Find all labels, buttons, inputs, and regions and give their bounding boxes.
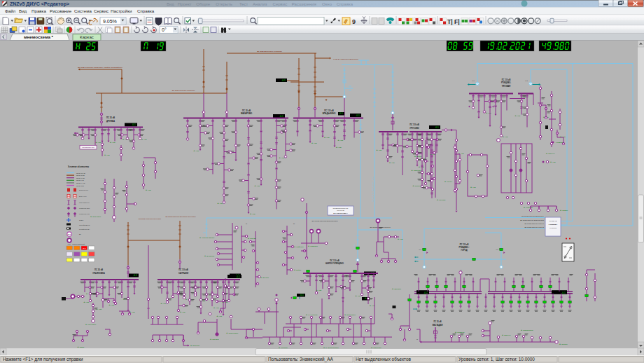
svg-text:T|: T|: [447, 18, 453, 25]
svg-text:ПС 220 кВ: ПС 220 кВ: [550, 220, 557, 221]
svg-text:ВЛАДЫКИНО: ВЛАДЫКИНО: [323, 112, 337, 115]
svg-text:ф. 1-е Красное: ф. 1-е Красное: [306, 314, 318, 316]
svg-text:Линия СЦБ: Линия СЦБ: [76, 185, 85, 186]
svg-text:ф. Владыкино: ф. Владыкино: [344, 314, 356, 316]
svg-text:-0.1: -0.1: [281, 79, 286, 82]
svg-text:Выключатель: Выключатель: [79, 189, 88, 191]
svg-text:Сервис: Сервис: [94, 8, 108, 13]
svg-text:ф. Сестры: ф. Сестры: [559, 343, 568, 345]
svg-text:ЕКАТЕРИНОВКА: ЕКАТЕРИНОВКА: [333, 212, 348, 214]
svg-text:Земля: Земля: [79, 219, 83, 221]
svg-text:с Тамала: с Тамала: [556, 142, 564, 144]
svg-text:F|: F|: [454, 18, 460, 25]
svg-text:ф. Дружба: ф. Дружба: [260, 277, 269, 279]
svg-text:МЕСТАДЕЙ: МЕСТАДЕЙ: [433, 324, 443, 327]
svg-text:ф. Зеленовка: ф. Зеленовка: [90, 216, 102, 218]
svg-text:ПС 35 кВ: ПС 35 кВ: [94, 268, 103, 271]
svg-text:ф. Нов: ф. Нов: [560, 136, 566, 138]
svg-text:(46 ПМЭС): (46 ПМЭС): [549, 227, 556, 228]
svg-text:ф. Змеевка: ф. Змеевка: [392, 288, 401, 290]
svg-text:Условные обозначения: Условные обозначения: [68, 165, 90, 168]
svg-text:Рубильник откр.: Рубильник откр.: [79, 213, 90, 214]
svg-text:САЛТЫКИ: САЛТЫКИ: [178, 272, 188, 275]
svg-text:ВЛ 35кВ Макарово-Малиновка, от: ВЛ 35кВ Макарово-Малиновка, отпайка Перв…: [78, 67, 122, 69]
svg-text:Линия 35 кВ: Линия 35 кВ: [76, 174, 85, 176]
svg-text:Каркас: Каркас: [80, 34, 94, 39]
svg-text:Вид: Вид: [19, 8, 27, 13]
svg-text:ZNZv5 ДИУС <Редактор>: ZNZv5 ДИУС <Редактор>: [10, 1, 69, 7]
svg-text:ф. Ракитное: ф. Ракитное: [455, 331, 465, 334]
svg-text:ф. Нов: ф. Нов: [486, 112, 491, 114]
svg-text:-0.1: -0.1: [132, 123, 136, 126]
svg-text:ПС 110 кВ: ПС 110 кВ: [330, 259, 340, 262]
svg-text:Горелкинские РЭС: Горелкинские РЭС: [82, 146, 94, 148]
svg-text:ВЛ 35кВ Мокрово-Макарово: ВЛ 35кВ Мокрово-Макарово: [172, 90, 195, 92]
svg-text:-0.1: -0.1: [236, 275, 240, 278]
svg-text:РТИЩЕВО-¹: РТИЩЕВО-¹: [458, 246, 469, 249]
svg-text:ПС 35 кВ: ПС 35 кВ: [433, 320, 441, 323]
svg-text:Рисование: Рисование: [50, 8, 72, 13]
svg-text:ф. Нов: ф. Нов: [514, 115, 520, 117]
svg-text:-0.1: -0.1: [300, 294, 304, 296]
svg-text:ф. Нов: ф. Нов: [398, 238, 403, 240]
svg-text:Линия 110 кВ: Линия 110 кВ: [76, 172, 85, 174]
svg-text:-0.1: -0.1: [435, 126, 439, 129]
svg-text:к ПЗГ ВК УЗОРщина Владыкино: к ПЗГ ВК УЗОРщина Владыкино: [333, 58, 359, 60]
svg-text:ф. Нов: ф. Нов: [250, 213, 255, 215]
svg-text:1с: 1с: [246, 223, 247, 224]
svg-text:ф. Нов: ф. Нов: [141, 139, 147, 141]
svg-text:ф. Заречье: ф. Заречье: [502, 334, 511, 336]
svg-text:ф. Красная Звезда: ф. Красная Звезда: [200, 237, 215, 239]
svg-text:ф. Нов: ф. Нов: [200, 300, 205, 302]
svg-text:ПС 110 кВ: ПС 110 кВ: [324, 109, 334, 112]
svg-text:ВЛ 110кВ Ртищево-Екатериновка: ВЛ 110кВ Ртищево-Екатериновка: [372, 177, 373, 202]
svg-text:ВЛ 110кВ Ртищево-Город-1: ВЛ 110кВ Ртищево-Город-1: [524, 223, 544, 224]
svg-text:ф. Нов: ф. Нов: [355, 295, 360, 297]
svg-text:Файл: Файл: [5, 8, 16, 13]
svg-text:ф. Нов: ф. Нов: [110, 142, 115, 144]
svg-text:ф. Нов: ф. Нов: [216, 315, 222, 317]
svg-text:ф. Нов: ф. Нов: [336, 146, 342, 149]
svg-text:ВЛ 35кВ Салтыки-Ульяновка: ВЛ 35кВ Салтыки-Ульяновка: [139, 218, 162, 220]
svg-text:Трансформатор: Трансформатор: [79, 224, 90, 226]
svg-text:ф. Скачиха: ф. Скачиха: [210, 338, 219, 341]
svg-text:ф. Ртищево: ф. Ртищево: [524, 207, 533, 209]
svg-text:Правка: Правка: [31, 8, 46, 13]
svg-text:ф. Нов: ф. Нов: [550, 161, 556, 163]
svg-text:ф. Нов: ф. Нов: [146, 189, 151, 191]
svg-text:Промбазановская ПС: Промбазановская ПС: [333, 207, 349, 209]
svg-text:Система: Система: [74, 8, 92, 13]
svg-text:ф. Салтыковка: ф. Салтыковка: [226, 332, 238, 334]
svg-text:ВЛ 110кВ Ртищево-Екатериновка: ВЛ 110кВ Ртищево-Екатериновка: [520, 219, 545, 221]
svg-text:ф. Нов: ф. Нов: [279, 157, 284, 159]
svg-text:ф. Ульяновка: ф. Ульяновка: [85, 324, 97, 326]
svg-text:ф. Нов: ф. Нов: [376, 149, 382, 151]
svg-text:1с: 1с: [416, 338, 418, 340]
svg-text:Выкл. откл.: Выкл. откл.: [79, 196, 87, 197]
svg-text:ВЛ 110кВ Ртищево-Дворянское: ВЛ 110кВ Ртищево-Дворянское: [522, 215, 544, 217]
svg-text:ф. Нов: ф. Нов: [217, 203, 223, 205]
svg-text:ПС 110 кВ: ПС 110 кВ: [502, 78, 511, 81]
svg-text:ф. Нов: ф. Нов: [316, 289, 321, 292]
svg-text:-0.1: -0.1: [356, 114, 360, 117]
svg-text:ф. Дубасово: ф. Дубасово: [204, 255, 215, 257]
svg-text:ПС 110 кВ: ПС 110 кВ: [410, 123, 419, 126]
svg-text:ТЯГОВАЯ: ТЯГОВАЯ: [502, 85, 510, 88]
svg-text:ф. Нов: ф. Нов: [337, 139, 343, 142]
svg-text:9.05%: 9.05%: [103, 19, 117, 24]
svg-text:0°: 0°: [162, 27, 167, 32]
svg-text:ДРУЖБА: ДРУЖБА: [106, 120, 115, 123]
svg-text:ШИЛО-ГОЛИЦИНО: ШИЛО-ГОЛИЦИНО: [326, 262, 344, 265]
svg-text:ф. Варежки: ф. Варежки: [190, 345, 200, 347]
svg-text:ф. Нов: ф. Нов: [503, 136, 508, 138]
svg-text:ф. Нов: ф. Нов: [108, 304, 114, 306]
svg-text:ВЛ 35кВ Владыкино-Макарово: ВЛ 35кВ Владыкино-Макарово: [257, 50, 282, 53]
svg-text:мнемосхема *: мнемосхема *: [24, 34, 54, 39]
svg-text:КРУН: КРУН: [68, 243, 71, 245]
svg-text:ф. Нов: ф. Нов: [254, 185, 260, 187]
svg-text:ф. Байка: ф. Байка: [294, 269, 302, 271]
svg-text:ф. Нов: ф. Нов: [104, 154, 110, 156]
svg-text:-0.1: -0.1: [133, 274, 137, 277]
svg-text:ф. Нов: ф. Нов: [470, 186, 476, 189]
svg-text:ф. Нов: ф. Нов: [83, 301, 89, 303]
